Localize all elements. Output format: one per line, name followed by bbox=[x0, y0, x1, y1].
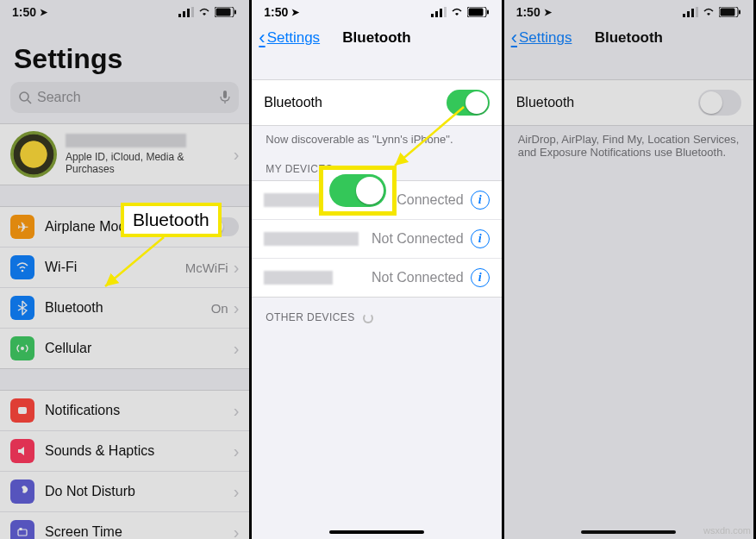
back-button[interactable]: ‹ Settings bbox=[511, 21, 572, 55]
wifi-icon bbox=[702, 7, 715, 17]
row-detail: On bbox=[211, 301, 228, 316]
apple-id-row[interactable]: Apple ID, iCloud, Media & Purchases › bbox=[0, 123, 249, 185]
row-label: Do Not Disturb bbox=[45, 484, 234, 499]
svg-rect-13 bbox=[18, 407, 27, 414]
row-dnd[interactable]: Do Not Disturb › bbox=[0, 471, 249, 511]
info-icon[interactable]: i bbox=[471, 229, 490, 248]
svg-rect-26 bbox=[687, 11, 690, 17]
svg-rect-27 bbox=[691, 9, 694, 17]
svg-rect-14 bbox=[18, 530, 27, 536]
search-placeholder: Search bbox=[37, 90, 81, 105]
bluetooth-off-note: AirDrop, AirPlay, Find My, Location Serv… bbox=[504, 126, 753, 162]
svg-rect-18 bbox=[431, 14, 434, 17]
svg-rect-2 bbox=[187, 9, 190, 17]
callout-bluetooth-label: Bluetooth bbox=[121, 203, 222, 237]
location-icon: ➤ bbox=[291, 7, 299, 18]
chevron-right-icon: › bbox=[234, 298, 240, 318]
status-time: 1:50 bbox=[516, 5, 540, 19]
chevron-right-icon: › bbox=[234, 482, 240, 502]
row-label: Bluetooth bbox=[516, 95, 575, 110]
chevron-right-icon: › bbox=[234, 401, 240, 421]
screentime-icon bbox=[10, 520, 34, 539]
dnd-icon bbox=[10, 479, 34, 504]
row-wifi[interactable]: Wi-Fi McWiFi › bbox=[0, 247, 249, 287]
row-cellular[interactable]: Cellular › bbox=[0, 328, 249, 368]
bluetooth-toggle-on[interactable] bbox=[447, 90, 490, 116]
screenshot-bluetooth-off: 1:50 ➤ ‹ Settings Bluetooth Bluetooth Ai… bbox=[504, 0, 756, 539]
status-bar: 1:50 ➤ bbox=[504, 0, 753, 21]
device-name-redacted bbox=[264, 232, 359, 246]
row-notifications[interactable]: Notifications › bbox=[0, 391, 249, 430]
callout-switch-enlarged bbox=[319, 166, 397, 216]
chevron-right-icon: › bbox=[234, 258, 240, 278]
home-indicator[interactable] bbox=[329, 530, 424, 534]
chevron-right-icon: › bbox=[234, 339, 240, 359]
info-icon[interactable]: i bbox=[471, 191, 490, 210]
profile-subtitle: Apple ID, iCloud, Media & Purchases bbox=[66, 151, 225, 175]
device-row[interactable]: Not Connected i bbox=[252, 219, 501, 258]
discoverable-note: Now discoverable as "Lynn's iPhone". bbox=[252, 126, 501, 149]
sounds-icon bbox=[10, 439, 34, 463]
svg-point-12 bbox=[21, 347, 24, 350]
status-bar: 1:50 ➤ bbox=[252, 0, 501, 21]
screenshot-settings-root: 1:50 ➤ Settings Search Apple ID, iCloud,… bbox=[0, 0, 252, 539]
chevron-left-icon: ‹ bbox=[259, 27, 265, 49]
page-title: Settings bbox=[0, 21, 249, 82]
row-label: Wi-Fi bbox=[45, 260, 185, 275]
mic-icon[interactable] bbox=[220, 91, 230, 104]
row-label: Bluetooth bbox=[264, 95, 322, 110]
cellular-signal-icon bbox=[431, 7, 447, 17]
bluetooth-master-row[interactable]: Bluetooth bbox=[504, 80, 753, 125]
row-screentime[interactable]: Screen Time › bbox=[0, 511, 249, 539]
device-status: Not Connected bbox=[372, 270, 464, 285]
wifi-icon bbox=[450, 7, 464, 17]
back-button[interactable]: ‹ Settings bbox=[259, 21, 320, 55]
watermark: wsxdn.com bbox=[703, 525, 751, 536]
chevron-right-icon: › bbox=[234, 523, 240, 540]
row-detail: McWiFi bbox=[185, 260, 228, 275]
bluetooth-master-row[interactable]: Bluetooth bbox=[252, 80, 501, 125]
chevron-left-icon: ‹ bbox=[511, 27, 517, 49]
profile-name-redacted bbox=[66, 134, 186, 147]
row-sounds[interactable]: Sounds & Haptics › bbox=[0, 430, 249, 471]
svg-rect-15 bbox=[20, 528, 22, 530]
bluetooth-toggle-off[interactable] bbox=[698, 90, 741, 116]
svg-rect-24 bbox=[487, 10, 489, 15]
svg-rect-30 bbox=[720, 9, 734, 16]
nav-header: ‹ Settings Bluetooth bbox=[504, 21, 753, 55]
svg-rect-25 bbox=[683, 14, 685, 17]
other-devices-header: OTHER DEVICES bbox=[252, 298, 501, 329]
home-indicator[interactable] bbox=[581, 530, 676, 534]
search-icon bbox=[19, 91, 32, 104]
switch-graphic bbox=[329, 174, 386, 207]
status-time: 1:50 bbox=[264, 5, 288, 19]
airplane-icon: ✈ bbox=[10, 215, 34, 239]
battery-icon bbox=[719, 7, 741, 17]
back-label: Settings bbox=[519, 29, 572, 47]
row-label: Notifications bbox=[45, 403, 234, 418]
search-input[interactable]: Search bbox=[10, 82, 239, 113]
notifications-icon bbox=[10, 398, 34, 423]
svg-rect-19 bbox=[435, 11, 438, 17]
svg-rect-1 bbox=[183, 11, 185, 17]
battery-icon bbox=[467, 7, 490, 17]
row-label: Cellular bbox=[45, 341, 234, 356]
nav-title: Bluetooth bbox=[595, 29, 663, 47]
svg-rect-0 bbox=[178, 14, 181, 17]
svg-point-11 bbox=[22, 270, 24, 273]
info-icon[interactable]: i bbox=[471, 268, 490, 287]
wifi-icon bbox=[197, 7, 211, 17]
cellular-signal-icon bbox=[178, 7, 194, 17]
nav-header: ‹ Settings Bluetooth bbox=[252, 21, 501, 55]
device-row[interactable]: Not Connected i bbox=[252, 258, 501, 297]
location-icon: ➤ bbox=[544, 7, 552, 18]
bluetooth-icon bbox=[10, 296, 34, 320]
row-bluetooth[interactable]: Bluetooth On › bbox=[0, 287, 249, 328]
cellular-icon bbox=[10, 336, 34, 360]
chevron-right-icon: › bbox=[234, 145, 240, 165]
back-label: Settings bbox=[267, 29, 320, 47]
svg-rect-23 bbox=[468, 9, 483, 16]
svg-rect-31 bbox=[739, 10, 740, 15]
screenshot-bluetooth-on: 1:50 ➤ ‹ Settings Bluetooth Bluetooth No… bbox=[252, 0, 503, 539]
svg-rect-5 bbox=[216, 9, 231, 16]
